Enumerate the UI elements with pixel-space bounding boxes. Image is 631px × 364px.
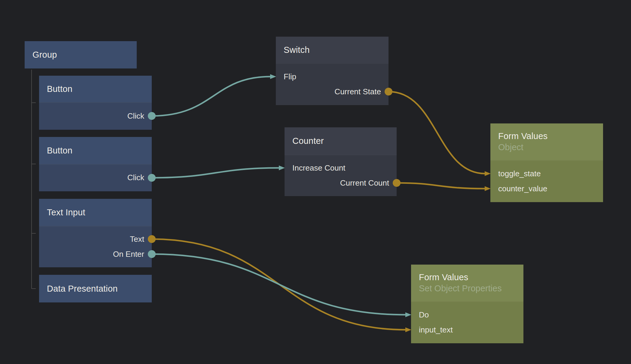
- output-port-label-current-count: Current Count: [340, 178, 389, 188]
- node-form-values-set-title: Form Values: [419, 272, 523, 282]
- node-group-header: Group: [25, 41, 137, 68]
- node-button-2-header: Button: [39, 137, 152, 164]
- wire-counter-current-count-to-counter-value[interactable]: [397, 183, 485, 189]
- port-row-flip: Flip: [276, 69, 389, 84]
- node-form-values-set-body: Do input_text: [411, 301, 523, 343]
- node-data-presentation-title: Data Presentation: [47, 284, 152, 294]
- node-form-values-object-title: Form Values: [498, 131, 603, 141]
- input-port-label-toggle-state: toggle_state: [498, 169, 541, 178]
- output-port-label-current-state: Current State: [334, 87, 381, 96]
- wire-text-input-on-enter-to-do[interactable]: [152, 254, 406, 315]
- output-port-label-click: Click: [127, 173, 144, 182]
- node-button-1[interactable]: Button Click: [39, 76, 152, 130]
- port-row-do: Do: [411, 307, 523, 322]
- node-form-values-object-subtitle: Object: [498, 142, 603, 152]
- node-counter-body: Increase Count Current Count: [285, 155, 397, 196]
- node-switch-body: Flip Current State: [276, 63, 389, 105]
- node-text-input[interactable]: Text Input Text On Enter: [39, 199, 152, 267]
- node-form-values-set-subtitle: Set Object Properties: [419, 284, 523, 293]
- port-row-counter-value: counter_value: [490, 181, 603, 196]
- node-group-title: Group: [32, 50, 137, 60]
- node-switch-header: Switch: [276, 37, 389, 63]
- port-row-text: Text: [39, 232, 152, 247]
- port-row-click: Click: [39, 170, 152, 185]
- node-text-input-title: Text Input: [47, 208, 152, 217]
- group-tree-line: [32, 70, 36, 289]
- output-port-label-on-enter: On Enter: [113, 250, 144, 259]
- node-text-input-header: Text Input: [39, 199, 152, 226]
- input-port-label-input-text: input_text: [419, 325, 453, 335]
- node-counter-header: Counter: [285, 127, 397, 155]
- node-form-values-object-body: toggle_state counter_value: [490, 160, 603, 202]
- node-switch-title: Switch: [284, 45, 389, 55]
- node-data-presentation-header: Data Presentation: [39, 275, 152, 302]
- node-form-values-set[interactable]: Form Values Set Object Properties Do inp…: [411, 265, 523, 343]
- node-button-2[interactable]: Button Click: [39, 137, 152, 191]
- node-button-1-body: Click: [39, 102, 152, 130]
- node-form-values-object[interactable]: Form Values Object toggle_state counter_…: [490, 123, 603, 202]
- node-counter-title: Counter: [292, 136, 397, 146]
- input-port-label-increase-count: Increase Count: [292, 163, 345, 173]
- node-group[interactable]: Group: [25, 41, 137, 68]
- node-form-values-object-header: Form Values Object: [490, 123, 603, 160]
- port-row-click: Click: [39, 108, 152, 123]
- node-button-2-body: Click: [39, 164, 152, 191]
- node-button-2-title: Button: [47, 146, 152, 156]
- wire-button1-click-to-switch-flip[interactable]: [152, 77, 270, 116]
- input-port-label-counter-value: counter_value: [498, 184, 547, 193]
- port-row-input-text: input_text: [411, 322, 523, 337]
- node-text-input-body: Text On Enter: [39, 226, 152, 267]
- wire-switch-current-state-to-toggle-state[interactable]: [389, 92, 485, 174]
- output-port-label-text: Text: [130, 235, 144, 244]
- node-editor-canvas[interactable]: Group Button Click Button Click Text Inp…: [0, 0, 631, 364]
- port-row-current-state: Current State: [276, 84, 389, 99]
- port-row-on-enter: On Enter: [39, 247, 152, 262]
- input-port-label-flip: Flip: [284, 72, 296, 81]
- node-switch[interactable]: Switch Flip Current State: [276, 37, 389, 105]
- wire-button2-click-to-counter-increase-count[interactable]: [152, 168, 279, 178]
- output-port-label-click: Click: [127, 111, 144, 121]
- node-button-1-header: Button: [39, 76, 152, 102]
- port-row-toggle-state: toggle_state: [490, 166, 603, 181]
- node-data-presentation[interactable]: Data Presentation: [39, 275, 152, 302]
- port-row-increase-count: Increase Count: [285, 160, 397, 175]
- node-button-1-title: Button: [47, 84, 152, 94]
- node-counter[interactable]: Counter Increase Count Current Count: [285, 127, 397, 196]
- node-form-values-set-header: Form Values Set Object Properties: [411, 265, 523, 301]
- port-row-current-count: Current Count: [285, 175, 397, 190]
- input-port-label-do: Do: [419, 310, 429, 320]
